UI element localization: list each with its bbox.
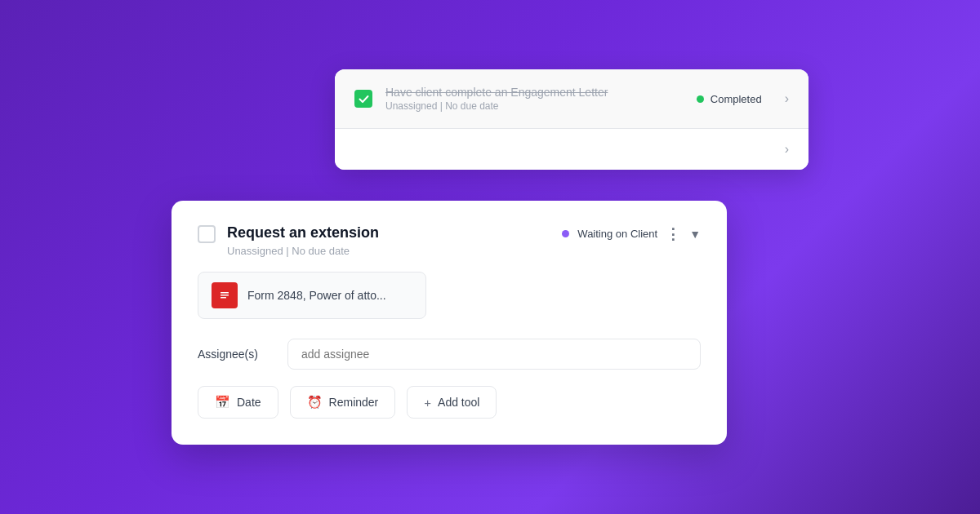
svg-rect-1: [220, 292, 229, 294]
completed-status-dot: [697, 95, 704, 103]
task-header-right: Waiting on Client ⋮ ▼: [562, 225, 701, 243]
add-tool-button[interactable]: + Add tool: [407, 386, 497, 419]
task-meta: Unassigned | No due date: [227, 245, 379, 257]
back-chevron-right-icon[interactable]: ›: [785, 91, 789, 106]
task-header: Request an extension Unassigned | No due…: [198, 224, 701, 257]
plus-icon: +: [424, 396, 431, 410]
google-sheets-icon: [212, 282, 238, 308]
completed-checkbox[interactable]: [354, 90, 372, 108]
reminder-label: Reminder: [329, 396, 379, 409]
scene: Have client complete an Engagement Lette…: [172, 69, 808, 445]
waiting-status-label: Waiting on Client: [577, 228, 657, 240]
tool-buttons: 📅 Date ⏰ Reminder + Add tool: [198, 386, 701, 419]
back-empty-row: ›: [335, 129, 808, 170]
waiting-status-dot: [562, 230, 569, 237]
second-chevron-right-icon[interactable]: ›: [785, 142, 789, 157]
assignee-label: Assignee(s): [198, 348, 271, 361]
chevron-down-icon[interactable]: ▼: [689, 228, 701, 241]
assignee-section: Assignee(s): [198, 339, 701, 370]
back-task-info: Have client complete an Engagement Lette…: [385, 86, 684, 112]
task-info: Request an extension Unassigned | No due…: [227, 224, 379, 257]
add-tool-label: Add tool: [438, 396, 479, 409]
more-options-icon[interactable]: ⋮: [666, 225, 681, 243]
date-button[interactable]: 📅 Date: [198, 386, 278, 419]
task-header-left: Request an extension Unassigned | No due…: [198, 224, 379, 257]
task-checkbox[interactable]: [198, 225, 216, 243]
completed-status-label: Completed: [710, 93, 762, 105]
back-task-title: Have client complete an Engagement Lette…: [385, 86, 684, 99]
reminder-button[interactable]: ⏰ Reminder: [290, 386, 396, 419]
assignee-input[interactable]: [287, 339, 701, 370]
back-task-meta: Unassigned | No due date: [385, 100, 684, 112]
date-label: Date: [237, 396, 261, 409]
alarm-icon: ⏰: [307, 395, 323, 410]
svg-rect-2: [220, 295, 229, 296]
card-front: Request an extension Unassigned | No due…: [172, 201, 727, 445]
task-title: Request an extension: [227, 224, 379, 242]
attachment[interactable]: Form 2848, Power of atto...: [198, 272, 426, 319]
back-status: Completed: [697, 93, 762, 105]
calendar-icon: 📅: [215, 395, 230, 410]
attachment-name: Form 2848, Power of atto...: [247, 289, 386, 302]
svg-rect-3: [220, 297, 226, 299]
card-back: Have client complete an Engagement Lette…: [335, 69, 808, 170]
completed-task-row: Have client complete an Engagement Lette…: [335, 69, 808, 128]
